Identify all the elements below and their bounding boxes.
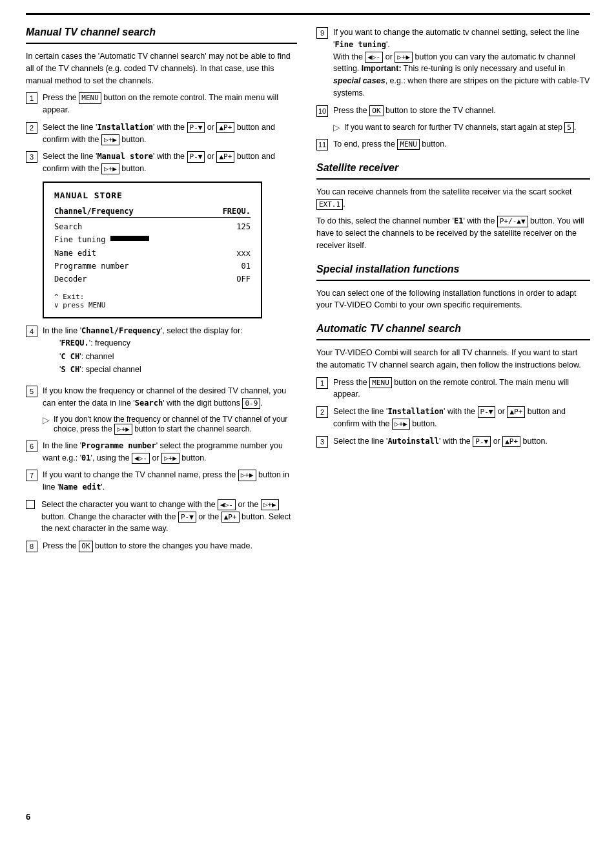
step-3: 3 Select the line 'Manual store' with th… bbox=[26, 151, 297, 175]
step-3-content: Select the line 'Manual store' with the … bbox=[43, 151, 297, 175]
ch-freq-label: Channel/Frequency bbox=[81, 326, 161, 335]
pplus-btn-as3: ▲P+ bbox=[502, 436, 520, 447]
pminus-btn-as3: P-▼ bbox=[473, 436, 491, 447]
step-num-9: 9 bbox=[316, 27, 328, 39]
ms-prog-label: Programme number bbox=[54, 260, 129, 273]
confirm-btn-as2: ▷+▶ bbox=[392, 419, 410, 430]
step-5: 5 If you know the frequency or channel o… bbox=[26, 385, 297, 410]
pplus-btn-s3: ▲P+ bbox=[216, 151, 234, 162]
step-num-5: 5 bbox=[26, 386, 37, 397]
step-11-content: To end, press the MENU button. bbox=[333, 138, 590, 151]
step-10-content: Press the OK button to store the TV chan… bbox=[333, 105, 590, 117]
ms-name-value: xxx bbox=[236, 247, 251, 260]
ms-row-fine: Fine tuning bbox=[54, 233, 251, 246]
ms-exit-line2: ∨ press MENU bbox=[54, 301, 251, 309]
satellite-title: Satellite receiver bbox=[316, 162, 590, 174]
step-8: 8 Press the OK button to store the chang… bbox=[26, 540, 297, 552]
ms-row-name: Name edit xxx bbox=[54, 247, 251, 260]
checkbox-content: Select the character you want to change … bbox=[41, 499, 297, 535]
installation-label-s2: Installation bbox=[97, 123, 153, 132]
step-num-4: 4 bbox=[26, 326, 37, 337]
step-7-content: If you want to change the TV channel nam… bbox=[43, 469, 297, 493]
auto-step-2: 2 Select the line 'Installation' with th… bbox=[316, 406, 590, 430]
ms-row-search: Search 125 bbox=[54, 220, 251, 233]
special-section: Special installation functions You can s… bbox=[316, 264, 590, 312]
satellite-intro: You can receive channels from the satell… bbox=[316, 186, 590, 211]
fine-tuning-label: Fine tuning bbox=[334, 40, 385, 49]
step-10-note-text: If you want to search for further TV cha… bbox=[344, 122, 576, 133]
ms-col2: FREQU. bbox=[223, 207, 251, 216]
step-num-11: 11 bbox=[316, 139, 328, 151]
special-cases-label: special cases bbox=[333, 76, 385, 85]
pminus-btn-s3: P-▼ bbox=[187, 151, 205, 162]
ms-fine-label: Fine tuning bbox=[54, 233, 105, 246]
step-9-content: If you want to change the automatic tv c… bbox=[333, 26, 590, 99]
ms-row-prog: Programme number 01 bbox=[54, 260, 251, 273]
step-7: 7 If you want to change the TV channel n… bbox=[26, 469, 297, 493]
auto-search-title: Automatic TV channel search bbox=[316, 323, 590, 335]
arrow-icon-s5: ▷ bbox=[43, 415, 50, 425]
step-10-note: ▷ If you want to search for further TV c… bbox=[333, 122, 590, 133]
ms-header: Channel/Frequency FREQU. bbox=[54, 207, 251, 218]
auto-step-num-1: 1 bbox=[316, 377, 328, 389]
main-content: Manual TV channel search In certain case… bbox=[26, 26, 590, 557]
pminus-btn-cb: P-▼ bbox=[178, 512, 196, 523]
step-11: 11 To end, press the MENU button. bbox=[316, 138, 590, 151]
ok-btn-s8: OK bbox=[79, 541, 92, 552]
step5-ref: 5 bbox=[564, 122, 574, 133]
ms-exit-line1: ^ Exit: bbox=[54, 293, 251, 301]
page-number: 6 bbox=[26, 812, 30, 822]
step-2: 2 Select the line 'Installation' with th… bbox=[26, 121, 297, 146]
ms-name-label: Name edit bbox=[54, 247, 96, 260]
back-btn-s6: ◀▷- bbox=[132, 453, 150, 464]
ok-btn-s10: OK bbox=[369, 105, 383, 116]
manual-store-label: Manual store bbox=[97, 152, 153, 161]
step-num-10: 10 bbox=[316, 105, 328, 117]
installation-label-as2: Installation bbox=[387, 407, 444, 416]
auto-step-3: 3 Select the line 'Autoinstall' with the… bbox=[316, 435, 590, 448]
back-btn-s9: ◀▷- bbox=[365, 52, 383, 63]
fwd-btn-cb: ▷+▶ bbox=[261, 499, 279, 510]
top-rule bbox=[26, 13, 590, 15]
option-s-ch: 'S CH': special channel bbox=[59, 363, 297, 376]
step-1-content: Press the MENU button on the remote cont… bbox=[43, 92, 297, 116]
checkbox-icon bbox=[26, 500, 35, 509]
special-intro: You can select one of the following inst… bbox=[316, 287, 590, 312]
step-num-2: 2 bbox=[26, 122, 37, 134]
step-num-7: 7 bbox=[26, 470, 37, 481]
arrow-plus-btn-s5: ▷+▶ bbox=[114, 424, 132, 435]
name-edit-label: Name edit bbox=[59, 483, 101, 492]
auto-step-1: 1 Press the MENU button on the remote co… bbox=[316, 377, 590, 401]
step-4-content: In the line 'Channel/Frequency', select … bbox=[43, 325, 297, 380]
checkbox-step: Select the character you want to change … bbox=[26, 499, 297, 535]
auto-search-intro: Your TV-VIDEO Combi will search for all … bbox=[316, 347, 590, 371]
step-2-content: Select the line 'Installation' with the … bbox=[43, 121, 297, 146]
option-c-ch: 'C CH': channel bbox=[59, 350, 297, 363]
special-title-section: Special installation functions bbox=[316, 264, 590, 281]
digit-btn: 0-9 bbox=[242, 398, 260, 409]
e1-label: E1 bbox=[454, 216, 463, 225]
auto-step-num-2: 2 bbox=[316, 406, 328, 418]
ms-fine-bar bbox=[110, 236, 149, 241]
step-1: 1 Press the MENU button on the remote co… bbox=[26, 92, 297, 116]
confirm-btn-s2: ▷+▶ bbox=[101, 134, 119, 145]
ms-footer: ^ Exit: ∨ press MENU bbox=[54, 293, 251, 309]
satellite-text2: To do this, select the channel number 'E… bbox=[316, 215, 590, 251]
step-num-8: 8 bbox=[26, 541, 37, 552]
manual-store-box: MANUAL STORE Channel/Frequency FREQU. Se… bbox=[43, 182, 262, 318]
step-6-content: In the line 'Programme number' select th… bbox=[43, 440, 297, 464]
fwd-btn-s9: ▷+▶ bbox=[395, 52, 413, 63]
confirm-btn-s3: ▷+▶ bbox=[101, 163, 119, 174]
search-label-s5: Search bbox=[135, 399, 163, 408]
pminus-btn-as2: P-▼ bbox=[478, 406, 496, 417]
back-btn-cb: ◀▷- bbox=[218, 499, 236, 510]
auto-step-num-3: 3 bbox=[316, 436, 328, 448]
auto-step-3-content: Select the line 'Autoinstall' with the P… bbox=[333, 435, 590, 448]
special-title: Special installation functions bbox=[316, 264, 590, 275]
manual-search-title: Manual TV channel search bbox=[26, 26, 297, 38]
step-8-content: Press the OK button to store the changes… bbox=[43, 540, 297, 552]
left-column: Manual TV channel search In certain case… bbox=[26, 26, 297, 557]
arrow-icon-s10: ▷ bbox=[333, 122, 340, 132]
pplus-btn-as2: ▲P+ bbox=[507, 406, 525, 417]
satellite-section: Satellite receiver You can receive chann… bbox=[316, 162, 590, 252]
